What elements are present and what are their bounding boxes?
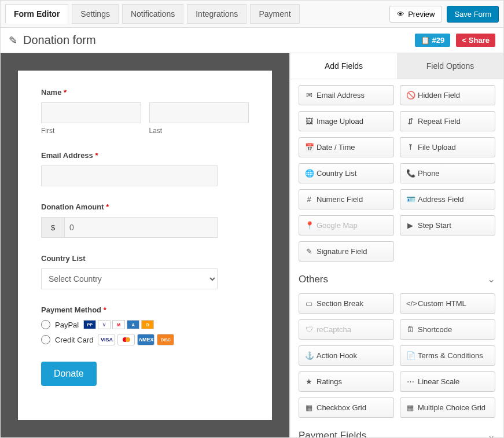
section-others-label: Others xyxy=(299,274,328,285)
field-signature[interactable]: ✎Signature Field xyxy=(299,241,394,262)
mc-mini-icon: M xyxy=(112,320,125,329)
f-lbl: Phone xyxy=(418,169,440,178)
field-email-address[interactable]: ✉Email Address xyxy=(299,85,394,105)
columns-icon: ▭ xyxy=(305,299,313,308)
field-hidden[interactable]: 🚫Hidden Field xyxy=(400,85,495,105)
tab-form-editor[interactable]: Form Editor xyxy=(5,4,68,24)
field-phone[interactable]: 📞Phone xyxy=(400,163,495,183)
f-lbl: Section Break xyxy=(317,299,363,308)
last-name-input[interactable] xyxy=(149,102,249,123)
f-lbl: Ratings xyxy=(317,377,342,386)
panel-body[interactable]: ✉Email Address 🚫Hidden Field 🖼Image Uplo… xyxy=(290,79,503,437)
text-height-icon: ⇵ xyxy=(406,117,414,126)
paypal-option[interactable]: PayPal PP V M A D xyxy=(41,320,249,329)
field-shortcode[interactable]: 🗓Shortcode xyxy=(400,319,495,340)
pencil-icon[interactable]: ✎ xyxy=(9,34,17,47)
f-lbl: Hidden Field xyxy=(418,91,460,100)
copy-icon: 📋 xyxy=(421,36,430,45)
field-multiple-choice-grid[interactable]: ▦Multiple Choice Grid xyxy=(400,397,495,418)
f-lbl: Google Map xyxy=(317,221,358,230)
f-lbl: Linear Scale xyxy=(418,377,459,386)
country-select[interactable]: Select Country xyxy=(41,268,218,289)
right-panel: Add Fields Field Options ✉Email Address … xyxy=(290,53,503,437)
field-numeric[interactable]: #Numeric Field xyxy=(299,189,394,209)
panel-tab-field-options[interactable]: Field Options xyxy=(397,53,503,79)
field-custom-html[interactable]: </>Custom HTML xyxy=(400,293,495,314)
first-name-input[interactable] xyxy=(41,102,141,123)
donate-button[interactable]: Donate xyxy=(41,362,97,386)
email-input[interactable] xyxy=(41,165,218,186)
field-amount: Donation Amount * $ xyxy=(41,203,249,238)
f-lbl: Checkbox Grid xyxy=(317,403,366,412)
grid-icon: ▦ xyxy=(305,403,313,412)
mail-icon: ✉ xyxy=(305,91,313,100)
step-icon: ▶ xyxy=(406,221,414,230)
section-others-header[interactable]: Others ⌄ xyxy=(299,273,495,285)
f-lbl: Date / Time xyxy=(317,143,355,152)
primary-tabs: Form Editor Settings Notifications Integ… xyxy=(5,4,300,24)
f-lbl: Signature Field xyxy=(317,247,367,256)
field-terms[interactable]: 📄Terms & Conditions xyxy=(400,345,495,366)
field-recaptcha: 🛡reCaptcha xyxy=(299,319,394,340)
form-id-badge[interactable]: 📋 #29 xyxy=(415,34,451,47)
canvas-pane: Name * First Last xyxy=(1,53,290,437)
paypal-radio[interactable] xyxy=(41,320,50,329)
field-ratings[interactable]: ★Ratings xyxy=(299,371,394,392)
field-section-break[interactable]: ▭Section Break xyxy=(299,293,394,314)
tab-integrations[interactable]: Integrations xyxy=(187,4,247,24)
amount-label-text: Donation Amount xyxy=(41,203,104,211)
field-checkbox-grid[interactable]: ▦Checkbox Grid xyxy=(299,397,394,418)
name-row: First Last xyxy=(41,102,249,135)
last-sublabel: Last xyxy=(149,127,249,135)
preview-button[interactable]: 👁 Preview xyxy=(389,6,442,23)
field-linear-scale[interactable]: ⋯Linear Scale xyxy=(400,371,495,392)
calendar-icon: 📅 xyxy=(305,143,313,152)
f-lbl: Shortcode xyxy=(418,325,452,334)
field-country-list[interactable]: 🌐Country List xyxy=(299,163,394,183)
field-action-hook[interactable]: ⚓Action Hook xyxy=(299,345,394,366)
amount-input[interactable] xyxy=(64,217,218,238)
section-payment-header[interactable]: Payment Fields ⌄ xyxy=(299,429,495,437)
share-badge[interactable]: < Share xyxy=(456,34,495,47)
title-bar: ✎ Donation form 📋 #29 < Share xyxy=(1,28,503,53)
tab-settings[interactable]: Settings xyxy=(72,4,119,24)
credit-card-option[interactable]: Credit Card VISA AMEX DISC xyxy=(41,334,249,345)
field-date-time[interactable]: 📅Date / Time xyxy=(299,137,394,157)
panel-tab-add-fields[interactable]: Add Fields xyxy=(290,53,397,79)
form-canvas: Name * First Last xyxy=(18,71,272,420)
grid2-icon: ▦ xyxy=(406,403,414,412)
credit-card-radio[interactable] xyxy=(41,335,50,344)
main-area: Name * First Last xyxy=(1,53,503,437)
discover-icon: DISC xyxy=(157,334,174,345)
paypal-icon: PP xyxy=(83,320,96,329)
field-image-upload[interactable]: 🖼Image Upload xyxy=(299,111,394,131)
f-lbl: Country List xyxy=(317,169,356,178)
title-badges: 📋 #29 < Share xyxy=(415,34,495,47)
eye-icon: 👁 xyxy=(397,10,404,19)
disc-mini-icon: D xyxy=(141,320,154,329)
credit-card-label: Credit Card xyxy=(55,336,93,344)
phone-icon: 📞 xyxy=(406,169,414,178)
save-form-button[interactable]: Save Form xyxy=(447,6,499,23)
name-label: Name * xyxy=(41,88,249,97)
f-lbl: Address Field xyxy=(418,195,463,204)
amex-mini-icon: A xyxy=(127,320,139,329)
form-title: Donation form xyxy=(23,34,96,47)
tab-notifications[interactable]: Notifications xyxy=(122,4,183,24)
panel-tabs: Add Fields Field Options xyxy=(290,53,503,79)
field-address[interactable]: 🪪Address Field xyxy=(400,189,495,209)
app-frame: Form Editor Settings Notifications Integ… xyxy=(0,0,504,438)
globe-icon: 🌐 xyxy=(305,169,313,178)
map-pin-icon: 📍 xyxy=(305,221,313,230)
f-lbl: Custom HTML xyxy=(418,299,466,308)
f-lbl: Email Address xyxy=(317,91,365,100)
field-repeat[interactable]: ⇵Repeat Field xyxy=(400,111,495,131)
tab-payment[interactable]: Payment xyxy=(250,4,299,24)
file-text-icon: 📄 xyxy=(406,351,414,360)
chevron-down-icon: ⌄ xyxy=(487,429,495,437)
chevron-down-icon: ⌄ xyxy=(487,273,495,285)
field-file-upload[interactable]: ⤒File Upload xyxy=(400,137,495,157)
f-lbl: reCaptcha xyxy=(317,325,351,334)
field-step-start[interactable]: ▶Step Start xyxy=(400,215,495,235)
amount-label: Donation Amount * xyxy=(41,203,249,211)
